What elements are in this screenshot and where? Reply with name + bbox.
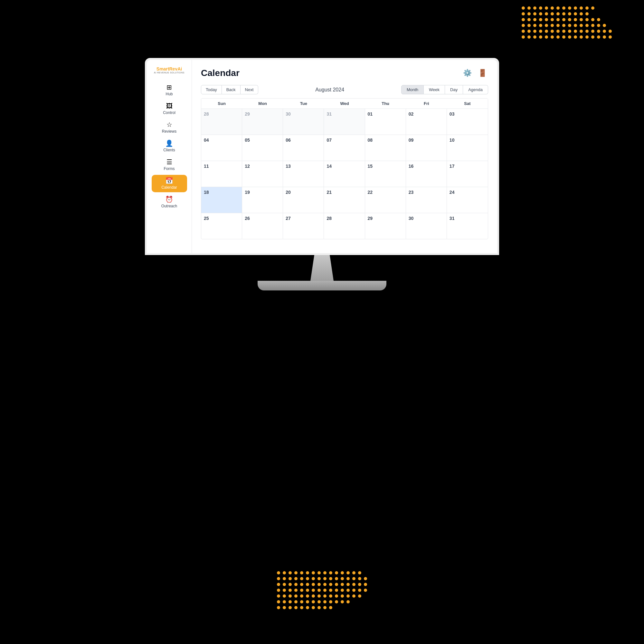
view-tabs: Month Week Day Agenda <box>401 85 488 94</box>
cal-cell[interactable]: 25 <box>201 213 242 239</box>
cal-cell[interactable]: 01 <box>365 109 406 135</box>
sidebar-item-outreach[interactable]: ⏰ Outreach <box>152 194 187 211</box>
cal-cell[interactable]: 30 <box>283 109 324 135</box>
cal-cell[interactable]: 23 <box>406 187 447 213</box>
back-button[interactable]: Back <box>222 85 241 94</box>
sidebar-item-forms[interactable]: ☰ Forms <box>152 156 187 174</box>
header-actions: ⚙️ 🚪 <box>462 68 488 79</box>
sidebar-item-calendar[interactable]: 📅 Calendar <box>152 175 187 192</box>
calendar-month-title: August 2024 <box>315 87 344 93</box>
view-tab-day[interactable]: Day <box>445 85 463 94</box>
monitor-neck <box>303 255 341 281</box>
date-number: 02 <box>409 111 414 117</box>
monitor-screen: SmartRevAi AI REVENUE SOLUTIONS ⊞ Hub 🖼 … <box>145 58 499 255</box>
date-number: 08 <box>368 137 373 143</box>
cal-cell[interactable]: 12 <box>242 161 283 187</box>
cal-cell[interactable]: 28 <box>324 213 365 239</box>
cal-cell[interactable]: 03 <box>447 109 488 135</box>
cal-cell[interactable]: 11 <box>201 161 242 187</box>
view-tab-week[interactable]: Week <box>424 85 445 94</box>
cal-cell[interactable]: 30 <box>406 213 447 239</box>
date-number: 06 <box>286 137 291 143</box>
cal-week-row: 04050607080910 <box>201 135 488 161</box>
next-button[interactable]: Next <box>241 85 259 94</box>
app-logo: SmartRevAi AI REVENUE SOLUTIONS <box>151 66 188 74</box>
cal-cell[interactable]: 15 <box>365 161 406 187</box>
date-number: 29 <box>368 216 373 221</box>
sidebar-item-reviews[interactable]: ☆ Reviews <box>152 119 187 136</box>
app-window: SmartRevAi AI REVENUE SOLUTIONS ⊞ Hub 🖼 … <box>147 60 497 253</box>
control-icon: 🖼 <box>166 103 173 109</box>
main-content: Calendar ⚙️ 🚪 Today Back Next August 202… <box>192 60 497 253</box>
cal-cell[interactable]: 31 <box>324 109 365 135</box>
cal-cell[interactable]: 18 <box>201 187 242 213</box>
cal-cell[interactable]: 19 <box>242 187 283 213</box>
sidebar-label-forms: Forms <box>164 166 175 171</box>
cal-cell[interactable]: 17 <box>447 161 488 187</box>
calendar-grid: Sun Mon Tue Wed Thu Fri Sat 282930310102… <box>201 98 488 239</box>
cal-cell[interactable]: 29 <box>365 213 406 239</box>
date-number: 15 <box>368 164 373 169</box>
cal-cell[interactable]: 26 <box>242 213 283 239</box>
view-tab-agenda[interactable]: Agenda <box>463 85 488 94</box>
date-number: 24 <box>450 190 455 195</box>
date-number: 21 <box>327 190 332 195</box>
date-number: 12 <box>245 164 250 169</box>
logout-button[interactable]: 🚪 <box>477 68 488 79</box>
cal-week-row: 11121314151617 <box>201 161 488 187</box>
date-number: 05 <box>245 137 250 143</box>
settings-button[interactable]: ⚙️ <box>462 68 473 79</box>
sidebar-label-reviews: Reviews <box>162 129 176 134</box>
calendar-day-headers: Sun Mon Tue Wed Thu Fri Sat <box>201 99 488 109</box>
decorative-dots-top <box>522 6 612 41</box>
cal-cell[interactable]: 07 <box>324 135 365 161</box>
sidebar-label-outreach: Outreach <box>161 204 177 208</box>
cal-cell[interactable]: 06 <box>283 135 324 161</box>
date-number: 29 <box>245 111 250 117</box>
today-button[interactable]: Today <box>201 85 222 94</box>
outreach-icon: ⏰ <box>165 196 173 203</box>
date-number: 28 <box>204 111 209 117</box>
cal-cell[interactable]: 13 <box>283 161 324 187</box>
cal-cell[interactable]: 10 <box>447 135 488 161</box>
clients-icon: 👤 <box>165 140 173 147</box>
date-number: 01 <box>368 111 373 117</box>
cal-cell[interactable]: 20 <box>283 187 324 213</box>
cal-cell[interactable]: 21 <box>324 187 365 213</box>
cal-cell[interactable]: 09 <box>406 135 447 161</box>
cal-cell[interactable]: 02 <box>406 109 447 135</box>
sidebar-label-hub: Hub <box>166 92 173 96</box>
sidebar-label-clients: Clients <box>163 148 175 152</box>
cal-cell[interactable]: 27 <box>283 213 324 239</box>
view-tab-month[interactable]: Month <box>401 85 424 94</box>
cal-cell[interactable]: 14 <box>324 161 365 187</box>
calendar-toolbar: Today Back Next August 2024 Month Week D… <box>201 85 488 94</box>
cal-cell[interactable]: 29 <box>242 109 283 135</box>
date-number: 31 <box>450 216 455 221</box>
cal-cell[interactable]: 04 <box>201 135 242 161</box>
monitor-base <box>258 281 386 290</box>
cal-cell[interactable]: 31 <box>447 213 488 239</box>
cal-cell[interactable]: 05 <box>242 135 283 161</box>
date-number: 30 <box>286 111 291 117</box>
sidebar-item-hub[interactable]: ⊞ Hub <box>152 81 187 99</box>
day-header-tue: Tue <box>283 99 324 109</box>
date-number: 09 <box>409 137 414 143</box>
cal-cell[interactable]: 22 <box>365 187 406 213</box>
date-number: 07 <box>327 137 332 143</box>
sidebar-item-control[interactable]: 🖼 Control <box>152 100 187 118</box>
date-number: 13 <box>286 164 291 169</box>
cal-cell[interactable]: 28 <box>201 109 242 135</box>
cal-cell[interactable]: 08 <box>365 135 406 161</box>
date-number: 23 <box>409 190 414 195</box>
forms-icon: ☰ <box>166 159 172 165</box>
calendar-body: 2829303101020304050607080910111213141516… <box>201 109 488 239</box>
date-number: 18 <box>204 190 209 195</box>
cal-cell[interactable]: 16 <box>406 161 447 187</box>
date-number: 04 <box>204 137 209 143</box>
date-number: 10 <box>450 137 455 143</box>
sidebar-label-control: Control <box>163 110 175 115</box>
sidebar-item-clients[interactable]: 👤 Clients <box>152 137 187 155</box>
cal-cell[interactable]: 24 <box>447 187 488 213</box>
day-header-thu: Thu <box>365 99 406 109</box>
